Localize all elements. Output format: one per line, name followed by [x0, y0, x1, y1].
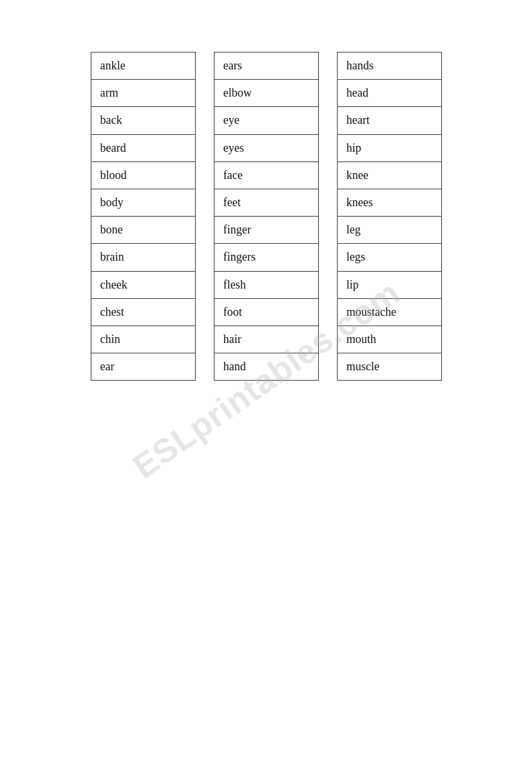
word-cell: back: [91, 107, 195, 134]
word-cell: blood: [91, 162, 195, 189]
word-cell: fingers: [214, 244, 318, 271]
word-cell: hip: [338, 135, 441, 162]
word-cell: body: [91, 189, 195, 217]
word-cell: beard: [91, 135, 195, 162]
word-cell: face: [214, 162, 318, 189]
word-columns-container: anklearmbackbeardbloodbodybonebraincheek…: [91, 52, 442, 381]
word-column-1: anklearmbackbeardbloodbodybonebraincheek…: [91, 52, 196, 381]
word-cell: eyes: [214, 135, 318, 162]
word-cell: elbow: [214, 80, 318, 107]
word-cell: knee: [338, 162, 441, 189]
word-cell: muscle: [338, 353, 441, 380]
word-cell: mouth: [338, 326, 441, 353]
word-cell: heart: [338, 107, 441, 134]
word-cell: bone: [91, 217, 195, 244]
word-cell: lip: [338, 272, 441, 299]
word-cell: chin: [91, 326, 195, 353]
word-cell: flesh: [214, 272, 318, 299]
word-cell: leg: [338, 217, 441, 244]
word-cell: foot: [214, 299, 318, 326]
word-cell: chest: [91, 299, 195, 326]
word-cell: cheek: [91, 272, 195, 299]
word-cell: hands: [338, 53, 441, 80]
word-cell: arm: [91, 80, 195, 107]
word-cell: hand: [214, 353, 318, 380]
word-cell: brain: [91, 244, 195, 271]
word-cell: ears: [214, 53, 318, 80]
word-cell: feet: [214, 189, 318, 217]
word-cell: moustache: [338, 299, 441, 326]
word-column-3: handsheadhearthipkneekneesleglegslipmous…: [337, 52, 442, 381]
word-cell: finger: [214, 217, 318, 244]
word-cell: eye: [214, 107, 318, 134]
word-cell: knees: [338, 189, 441, 217]
word-cell: ankle: [91, 53, 195, 80]
word-cell: legs: [338, 244, 441, 271]
word-cell: head: [338, 80, 441, 107]
word-cell: hair: [214, 326, 318, 353]
word-column-2: earselboweyeeyesfacefeetfingerfingersfle…: [214, 52, 319, 381]
word-cell: ear: [91, 353, 195, 380]
